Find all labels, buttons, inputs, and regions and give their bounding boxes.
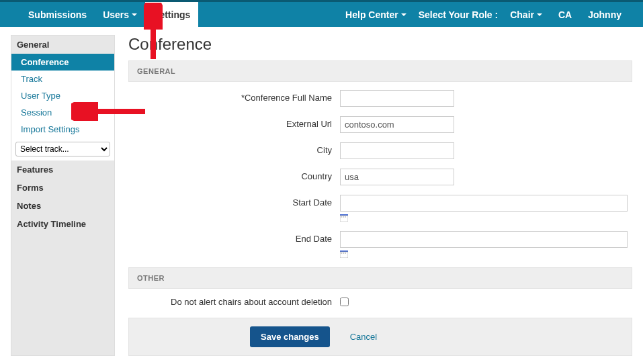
input-external-url[interactable] bbox=[340, 116, 454, 133]
calendar-icon[interactable] bbox=[340, 214, 348, 222]
section-header-general: GENERAL bbox=[128, 60, 632, 82]
nav-ca[interactable]: CA bbox=[550, 2, 580, 27]
input-city[interactable] bbox=[340, 142, 454, 159]
top-nav-right: Help Center Select Your Role : Chair CA … bbox=[337, 2, 630, 27]
svg-rect-5 bbox=[340, 251, 348, 252]
top-nav: Submissions Users Settings Help Center S… bbox=[0, 0, 643, 27]
caret-down-icon bbox=[132, 13, 137, 16]
calendar-icon[interactable] bbox=[340, 251, 348, 258]
sidebar-item-conference[interactable]: Conference bbox=[11, 54, 114, 71]
nav-user[interactable]: Johnny bbox=[580, 2, 630, 27]
input-end-date[interactable] bbox=[340, 231, 628, 248]
sidebar-item-track[interactable]: Track bbox=[11, 71, 114, 87]
sidebar-heading-notes[interactable]: Notes bbox=[11, 197, 114, 215]
sidebar-heading-forms[interactable]: Forms bbox=[11, 179, 114, 197]
main-content: Conference GENERAL *Conference Full Name… bbox=[115, 35, 632, 356]
sidebar-item-session[interactable]: Session bbox=[11, 104, 114, 121]
label-no-alert: Do not alert chairs about account deleti… bbox=[128, 297, 340, 307]
nav-help-center[interactable]: Help Center bbox=[337, 2, 415, 27]
nav-users[interactable]: Users bbox=[95, 2, 145, 27]
input-country[interactable] bbox=[340, 169, 454, 185]
input-conference-name[interactable] bbox=[340, 90, 454, 107]
nav-role-select[interactable]: Chair bbox=[502, 2, 550, 27]
sidebar-general-list: Conference Track User Type Session Impor… bbox=[11, 54, 114, 161]
role-label: Select Your Role : bbox=[415, 2, 503, 27]
label-start-date: Start Date bbox=[128, 195, 340, 208]
label-conference-name: *Conference Full Name bbox=[128, 90, 340, 103]
svg-rect-7 bbox=[341, 253, 342, 254]
label-end-date: End Date bbox=[128, 231, 340, 244]
input-start-date[interactable] bbox=[340, 195, 628, 212]
svg-rect-4 bbox=[345, 216, 346, 218]
action-bar: Save changes Cancel bbox=[128, 318, 632, 356]
svg-rect-2 bbox=[341, 216, 342, 218]
nav-submissions[interactable]: Submissions bbox=[20, 2, 95, 27]
nav-settings[interactable]: Settings bbox=[145, 2, 198, 27]
save-button[interactable]: Save changes bbox=[250, 326, 330, 347]
svg-rect-9 bbox=[345, 253, 346, 254]
svg-rect-8 bbox=[343, 253, 344, 254]
label-city: City bbox=[128, 142, 340, 155]
sidebar-heading-general: General bbox=[11, 36, 114, 54]
top-nav-left: Submissions Users Settings bbox=[20, 2, 198, 27]
svg-rect-0 bbox=[340, 214, 348, 216]
section-header-other: OTHER bbox=[128, 267, 632, 289]
sidebar-item-user-type[interactable]: User Type bbox=[11, 87, 114, 104]
sidebar-item-import-settings[interactable]: Import Settings bbox=[11, 121, 114, 138]
page-title: Conference bbox=[128, 35, 632, 54]
sidebar-heading-features[interactable]: Features bbox=[11, 161, 114, 179]
track-select[interactable]: Select track... bbox=[15, 142, 110, 156]
caret-down-icon bbox=[537, 13, 542, 16]
svg-rect-3 bbox=[343, 216, 344, 218]
label-country: Country bbox=[128, 169, 340, 181]
cancel-link[interactable]: Cancel bbox=[350, 332, 377, 342]
sidebar: General Conference Track User Type Sessi… bbox=[11, 35, 115, 356]
sidebar-heading-timeline[interactable]: Activity Timeline bbox=[11, 215, 114, 233]
checkbox-no-alert[interactable] bbox=[340, 298, 349, 306]
label-external-url: External Url bbox=[128, 116, 340, 129]
caret-down-icon bbox=[401, 13, 406, 16]
